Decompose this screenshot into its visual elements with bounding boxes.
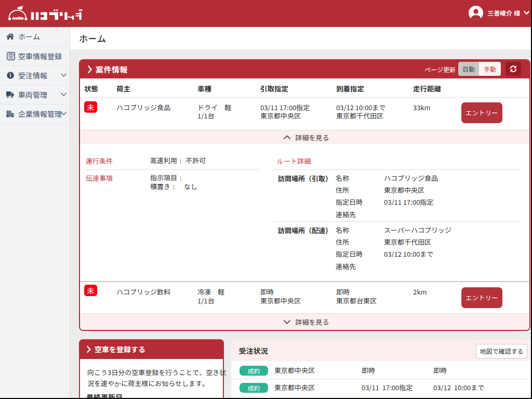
svg-text:空: 空 — [8, 52, 14, 60]
